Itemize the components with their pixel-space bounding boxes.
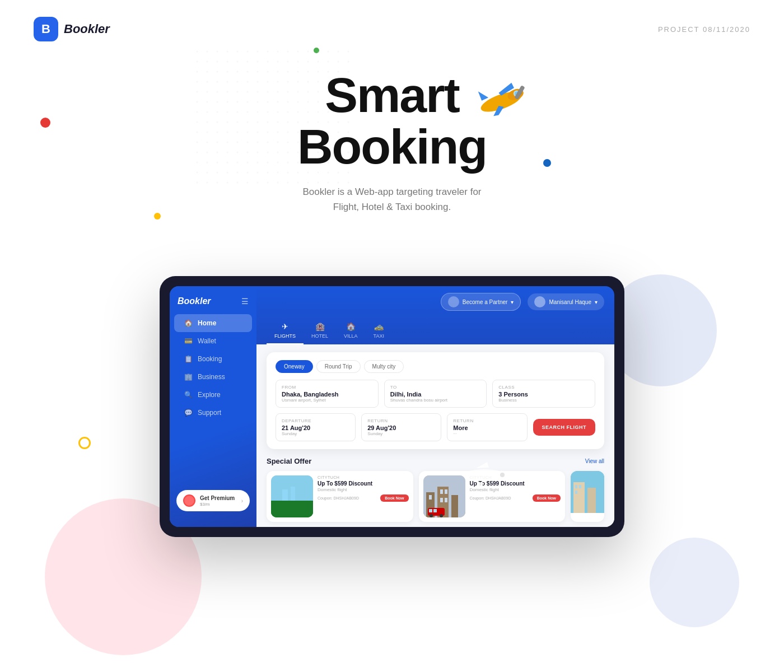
- tab-villa[interactable]: 🏠 VILLA: [336, 318, 366, 344]
- offers-title: Special Offer: [267, 457, 311, 465]
- coupon-code-1: DHSHJAB09D: [333, 496, 359, 500]
- sidebar-item-label: Explore: [198, 391, 221, 399]
- tab-flights[interactable]: ✈ FLIGHTS: [267, 318, 304, 344]
- svg-rect-32: [433, 509, 437, 512]
- tab-label: VILLA: [344, 333, 358, 339]
- svg-rect-28: [440, 498, 443, 502]
- wallet-icon: 💳: [184, 337, 192, 345]
- booking-fields-row2: DEPARTURE 21 Aug'20 Sunday RETURN 29 Aug…: [276, 413, 595, 441]
- logo-area: B Bookler: [34, 17, 110, 41]
- svg-marker-8: [478, 91, 488, 101]
- sidebar-item-support[interactable]: 💬 Support: [174, 404, 252, 422]
- premium-banner[interactable]: Get Premium $3/m ›: [176, 490, 250, 511]
- svg-marker-20: [271, 501, 313, 517]
- user-button[interactable]: Manisarul Haque ▾: [528, 293, 604, 310]
- svg-rect-39: [579, 485, 581, 488]
- user-chevron-icon: ▾: [595, 299, 598, 305]
- svg-point-33: [430, 514, 433, 517]
- offer-image-1: [271, 475, 313, 517]
- sidebar-item-label: Wallet: [198, 337, 216, 345]
- class-field[interactable]: CLASS 3 Persons Business: [492, 380, 595, 408]
- svg-marker-13: [476, 462, 489, 468]
- trip-type-multicity[interactable]: Multy city: [364, 360, 404, 373]
- premium-arrow-icon: ›: [241, 498, 243, 504]
- offer-image-3: [571, 471, 604, 513]
- book-now-btn-1[interactable]: Book Now: [380, 494, 408, 502]
- class-sub: Business: [498, 398, 589, 403]
- sidebar-item-business[interactable]: 🏢 Business: [174, 368, 252, 386]
- user-name: Manisarul Haque: [549, 299, 591, 305]
- svg-rect-40: [575, 491, 577, 494]
- taxi-icon: 🚕: [374, 322, 384, 331]
- return2-field[interactable]: RETURN More ···: [447, 413, 527, 441]
- book-now-btn-2[interactable]: Book Now: [533, 494, 561, 502]
- tab-label: TAXI: [374, 333, 384, 339]
- class-value: 3 Persons: [498, 391, 589, 398]
- project-label: PROJECT 08/11/2020: [658, 25, 750, 34]
- menu-icon[interactable]: ☰: [241, 297, 249, 306]
- sidebar-item-wallet[interactable]: 💳 Wallet: [174, 332, 252, 350]
- main-content: Become a Partner ▾ Manisarul Haque ▾ ✈: [256, 286, 614, 527]
- svg-rect-26: [440, 489, 443, 494]
- logo-icon: B: [34, 17, 58, 41]
- offers-header: Special Offer View all: [267, 457, 604, 465]
- booking-area: Oneway Round Trip Multy city FROM Dhaka,…: [256, 344, 614, 527]
- special-offers: Special Offer View all: [267, 457, 604, 522]
- tab-taxi[interactable]: 🚕 TAXI: [366, 318, 392, 344]
- sidebar-item-booking[interactable]: 📋 Booking: [174, 350, 252, 368]
- svg-rect-27: [445, 489, 447, 494]
- svg-point-34: [440, 514, 443, 517]
- svg-rect-37: [587, 488, 596, 513]
- tab-hotel[interactable]: 🏨 HOTEL: [304, 318, 336, 344]
- support-icon: 💬: [184, 409, 192, 417]
- coupon-label-1: Coupon:: [318, 496, 332, 500]
- trip-type-oneway[interactable]: Oneway: [276, 360, 313, 373]
- to-label: TO: [390, 385, 481, 390]
- top-header: B Bookler PROJECT 08/11/2020: [0, 0, 784, 58]
- partner-chevron-icon: ▾: [511, 299, 514, 305]
- sidebar-item-explore[interactable]: 🔍 Explore: [174, 386, 252, 404]
- booking-card: Oneway Round Trip Multy city FROM Dhaka,…: [267, 352, 604, 449]
- offer-badge-1: CITYTUCH: [318, 475, 409, 479]
- offer-coupon-1: Coupon: DHSHJAB09D Book Now: [318, 494, 409, 502]
- offer-card-1: CITYTUCH Up To $599 Discount Domestic fl…: [267, 471, 413, 522]
- return2-value: More: [453, 424, 521, 431]
- from-field[interactable]: FROM Dhaka, Bangladesh Usmani airport, S…: [276, 380, 379, 408]
- sidebar-item-label: Support: [198, 409, 221, 417]
- from-city: Dhaka, Bangladesh: [282, 391, 372, 398]
- trip-type-roundtrip[interactable]: Round Trip: [316, 360, 361, 373]
- sidebar-nav: 🏠 Home 💳 Wallet 📋 Booking 🏢: [170, 314, 256, 484]
- departure-label: DEPARTURE: [282, 418, 349, 423]
- hotel-icon: 🏨: [315, 322, 325, 331]
- view-all-link[interactable]: View all: [585, 458, 604, 464]
- svg-rect-38: [575, 485, 577, 488]
- class-label: CLASS: [498, 385, 589, 390]
- premium-price: $3/m: [200, 502, 235, 507]
- to-city: Dilhi, India: [390, 391, 481, 398]
- return-field[interactable]: RETURN 29 Aug'20 Sunday: [361, 413, 441, 441]
- departure-field[interactable]: DEPARTURE 21 Aug'20 Sunday: [276, 413, 356, 441]
- offer-content-1: CITYTUCH Up To $599 Discount Domestic fl…: [267, 471, 413, 522]
- offer-info-1: CITYTUCH Up To $599 Discount Domestic fl…: [318, 475, 409, 517]
- return2-label: RETURN: [453, 418, 521, 423]
- tablet-inner: Bookler ☰ 🏠 Home 💳 Wallet 📋: [170, 286, 614, 527]
- sidebar-item-label: Business: [198, 373, 225, 381]
- business-icon: 🏢: [184, 373, 192, 381]
- hero-subtitle: Bookler is a Web-app targeting traveler …: [297, 184, 487, 214]
- search-flight-button[interactable]: SEARCH FLIGHT: [533, 419, 596, 436]
- trip-type-tabs: Oneway Round Trip Multy city: [276, 360, 595, 373]
- offer-sub-1: Domestic flight: [318, 487, 409, 492]
- flights-icon: ✈: [282, 322, 288, 331]
- offer-coupon-2: Coupon: DHSHJAB09D Book Now: [470, 494, 561, 502]
- hero-section: Smart Booking Bookler is a Web-app targe…: [0, 58, 784, 276]
- partner-button[interactable]: Become a Partner ▾: [441, 293, 521, 311]
- hero-title: Smart Booking: [34, 69, 750, 173]
- app-header: Become a Partner ▾ Manisarul Haque ▾: [256, 286, 614, 318]
- sidebar-item-label: Booking: [198, 355, 222, 363]
- to-field[interactable]: TO Dilhi, India Shuvas chandra bosu airp…: [384, 380, 487, 408]
- sidebar-item-home[interactable]: 🏠 Home: [174, 314, 252, 332]
- explore-icon: 🔍: [184, 391, 192, 399]
- tablet-frame: Bookler ☰ 🏠 Home 💳 Wallet 📋: [160, 276, 624, 537]
- sidebar-logo: Bookler: [178, 296, 211, 306]
- from-label: FROM: [282, 385, 372, 390]
